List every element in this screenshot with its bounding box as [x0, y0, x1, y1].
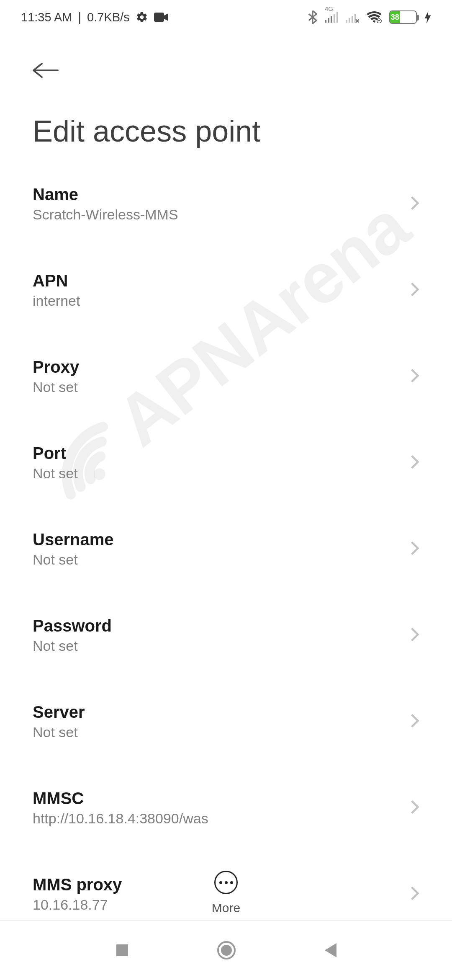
wifi-icon [367, 11, 382, 23]
setting-text: Password Not set [33, 616, 112, 654]
setting-row-name[interactable]: Name Scratch-Wireless-MMS [33, 161, 419, 247]
setting-value: internet [33, 293, 80, 309]
setting-row-password[interactable]: Password Not set [33, 592, 419, 678]
status-net-speed: 0.7KB/s [87, 10, 130, 24]
chevron-right-icon [410, 454, 419, 472]
more-dots-icon [219, 881, 222, 884]
setting-value: Not set [33, 379, 79, 395]
setting-text: APN internet [33, 271, 80, 309]
svg-rect-1 [325, 20, 326, 23]
chevron-right-icon [410, 368, 419, 385]
svg-rect-12 [116, 944, 128, 956]
battery-icon: 38 [389, 10, 417, 24]
svg-rect-4 [334, 14, 335, 23]
chevron-right-icon [410, 799, 419, 817]
setting-value: Scratch-Wireless-MMS [33, 206, 178, 223]
setting-text: Username Not set [33, 530, 113, 568]
setting-text: Port Not set [33, 444, 78, 482]
setting-title: Proxy [33, 358, 79, 377]
setting-title: Name [33, 185, 178, 204]
setting-row-port[interactable]: Port Not set [33, 420, 419, 506]
setting-value: Not set [33, 552, 113, 568]
square-icon [114, 942, 131, 959]
setting-value: Not set [33, 724, 85, 740]
video-camera-icon [154, 13, 168, 22]
setting-value: Not set [33, 638, 112, 654]
svg-rect-7 [349, 18, 350, 23]
svg-rect-6 [346, 20, 347, 23]
circle-icon [216, 940, 236, 960]
svg-rect-0 [154, 13, 164, 22]
battery-level: 38 [390, 11, 400, 23]
status-bar: 11:35 AM | 0.7KB/s 4G 38 [0, 0, 452, 33]
setting-row-apn[interactable]: APN internet [33, 247, 419, 333]
nav-recents-button[interactable] [114, 942, 131, 959]
chevron-right-icon [410, 713, 419, 730]
svg-rect-5 [336, 12, 338, 23]
navigation-bar [0, 921, 452, 980]
status-time: 11:35 AM [21, 10, 72, 24]
setting-title: MMSC [33, 789, 208, 808]
status-left: 11:35 AM | 0.7KB/s [21, 10, 168, 24]
setting-value: http://10.16.18.4:38090/was [33, 810, 208, 827]
back-button[interactable] [32, 62, 59, 80]
setting-title: Server [33, 703, 85, 722]
svg-point-14 [221, 945, 232, 956]
setting-row-server[interactable]: Server Not set [33, 678, 419, 765]
charging-bolt-icon [424, 11, 431, 23]
more-label: More [212, 901, 240, 915]
arrow-left-icon [32, 62, 59, 79]
setting-title: Username [33, 530, 113, 549]
more-button[interactable] [214, 871, 238, 894]
triangle-left-icon [322, 941, 338, 959]
setting-row-proxy[interactable]: Proxy Not set [33, 333, 419, 420]
setting-text: Proxy Not set [33, 358, 79, 395]
status-separator: | [78, 10, 82, 24]
nav-back-button[interactable] [322, 941, 338, 959]
chevron-right-icon [410, 281, 419, 299]
bottom-action-bar: More [0, 871, 452, 915]
setting-title: APN [33, 271, 80, 290]
header-row [0, 33, 452, 85]
svg-rect-3 [331, 16, 332, 23]
nav-home-button[interactable] [216, 940, 236, 960]
chevron-right-icon [410, 627, 419, 644]
setting-title: Password [33, 616, 112, 635]
setting-row-mmsc[interactable]: MMSC http://10.16.18.4:38090/was [33, 765, 419, 851]
svg-rect-2 [328, 18, 329, 23]
bluetooth-icon [308, 10, 317, 24]
settings-gear-icon [136, 11, 148, 23]
setting-row-username[interactable]: Username Not set [33, 506, 419, 592]
status-right: 4G 38 [308, 10, 431, 24]
svg-rect-8 [352, 16, 353, 23]
settings-list: Name Scratch-Wireless-MMS APN internet P… [0, 161, 452, 913]
chevron-right-icon [410, 540, 419, 558]
setting-text: Server Not set [33, 703, 85, 740]
setting-text: MMSC http://10.16.18.4:38090/was [33, 789, 208, 827]
setting-value: Not set [33, 465, 78, 482]
page-title: Edit access point [0, 85, 452, 161]
setting-text: Name Scratch-Wireless-MMS [33, 185, 178, 223]
svg-point-10 [377, 19, 382, 23]
signal-4g-icon: 4G [325, 12, 338, 23]
svg-rect-9 [354, 14, 356, 23]
chevron-right-icon [410, 195, 419, 213]
signal-sim2-icon [346, 12, 359, 23]
setting-title: Port [33, 444, 78, 463]
